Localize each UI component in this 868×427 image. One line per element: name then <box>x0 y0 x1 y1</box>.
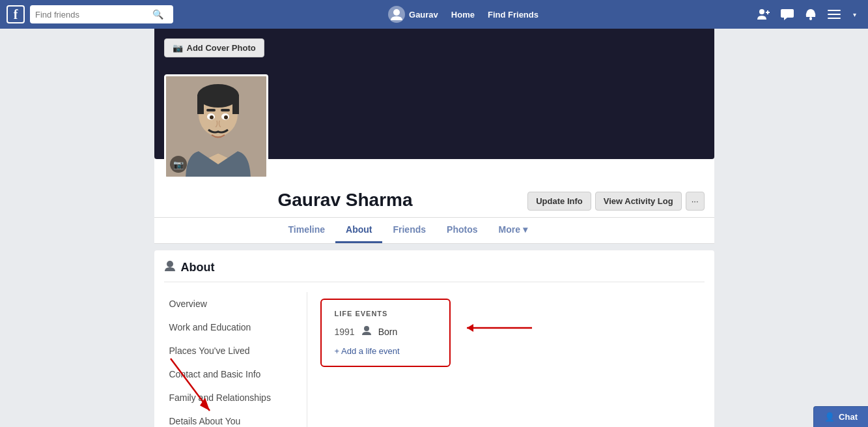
top-navigation: f 🔍 Gaurav Home Find Friends <box>0 0 868 29</box>
arrow-right <box>460 318 539 338</box>
nav-avatar <box>388 6 405 23</box>
svg-point-19 <box>167 261 173 267</box>
nav-username: Gaurav <box>409 10 438 20</box>
change-photo-icon[interactable]: 📷 <box>170 156 187 173</box>
notifications-icon[interactable] <box>800 5 821 23</box>
update-info-button[interactable]: Update Info <box>527 192 591 211</box>
profile-tabs: Timeline About Friends Photos More ▾ <box>154 218 714 244</box>
svg-point-20 <box>364 326 369 331</box>
svg-rect-4 <box>809 17 812 20</box>
nav-icons-group: ▾ <box>753 5 861 23</box>
nav-home-link[interactable]: Home <box>451 10 475 20</box>
about-person-icon <box>164 260 176 275</box>
svg-rect-12 <box>232 95 239 114</box>
tab-timeline[interactable]: Timeline <box>278 218 336 243</box>
sidebar-item-family[interactable]: Family and Relationships <box>164 386 300 409</box>
friends-requests-icon[interactable] <box>753 5 774 23</box>
sidebar-item-work-education[interactable]: Work and Education <box>164 316 300 339</box>
nav-dropdown-icon[interactable]: ▾ <box>847 5 861 23</box>
messages-icon[interactable] <box>777 5 798 23</box>
nav-find-friends-link[interactable]: Find Friends <box>488 10 539 20</box>
life-events-row: LIFE EVENTS 1991 Born <box>320 299 692 367</box>
camera-icon: 📷 <box>173 43 183 53</box>
view-activity-log-button[interactable]: View Activity Log <box>595 192 682 211</box>
sidebar-item-overview[interactable]: Overview <box>164 292 300 316</box>
life-event-year: 1991 <box>335 327 355 337</box>
tab-about[interactable]: About <box>335 218 382 243</box>
tab-photos[interactable]: Photos <box>436 218 488 243</box>
svg-rect-13 <box>206 109 216 111</box>
nav-user-link[interactable]: Gaurav <box>388 6 438 23</box>
chat-button[interactable]: 👤 Chat <box>813 406 868 427</box>
svg-rect-14 <box>221 109 230 111</box>
tab-more[interactable]: More ▾ <box>488 218 538 243</box>
about-sidebar: Overview Work and Education Places You'v… <box>164 292 307 427</box>
cover-photo-area: 📷 Add Cover Photo <box>154 29 714 159</box>
life-events-title: LIFE EVENTS <box>335 310 436 317</box>
about-section: About Overview Work and Education Places… <box>154 250 714 427</box>
svg-point-0 <box>393 9 400 16</box>
sidebar-item-details[interactable]: Details About You <box>164 409 300 427</box>
svg-point-1 <box>759 9 764 14</box>
profile-photo-container: 📷 <box>164 74 268 179</box>
svg-rect-7 <box>828 18 841 19</box>
life-event-born-row: 1991 Born <box>335 325 436 338</box>
profile-name: Gaurav Sharma <box>278 190 413 217</box>
search-box: 🔍 <box>30 5 173 23</box>
svg-rect-5 <box>828 10 841 11</box>
svg-point-17 <box>210 115 214 119</box>
svg-marker-22 <box>467 324 473 332</box>
life-event-person-icon <box>361 325 372 338</box>
about-section-title: About <box>164 260 705 282</box>
facebook-logo: f <box>7 5 25 23</box>
about-main-content: LIFE EVENTS 1991 Born <box>307 292 705 427</box>
search-icon: 🔍 <box>152 9 163 20</box>
sidebar-item-contact[interactable]: Contact and Basic Info <box>164 362 300 386</box>
nav-center: Gaurav Home Find Friends <box>173 6 753 23</box>
svg-point-18 <box>224 115 228 119</box>
settings-icon[interactable] <box>824 5 845 23</box>
life-event-born-label: Born <box>378 327 398 337</box>
life-events-box: LIFE EVENTS 1991 Born <box>320 299 451 367</box>
chat-icon: 👤 <box>824 412 835 422</box>
add-life-event-link[interactable]: + Add a life event <box>335 346 436 356</box>
svg-rect-6 <box>828 14 841 15</box>
about-layout: Overview Work and Education Places You'v… <box>164 292 705 427</box>
more-options-button[interactable]: ··· <box>686 192 705 211</box>
profile-actions: Update Info View Activity Log ··· <box>527 192 704 217</box>
search-input[interactable] <box>35 10 152 20</box>
tab-friends[interactable]: Friends <box>382 218 436 243</box>
add-cover-photo-button[interactable]: 📷 Add Cover Photo <box>164 38 264 57</box>
sidebar-item-places[interactable]: Places You've Lived <box>164 339 300 362</box>
svg-rect-11 <box>197 95 204 114</box>
red-arrow-right <box>460 318 539 338</box>
